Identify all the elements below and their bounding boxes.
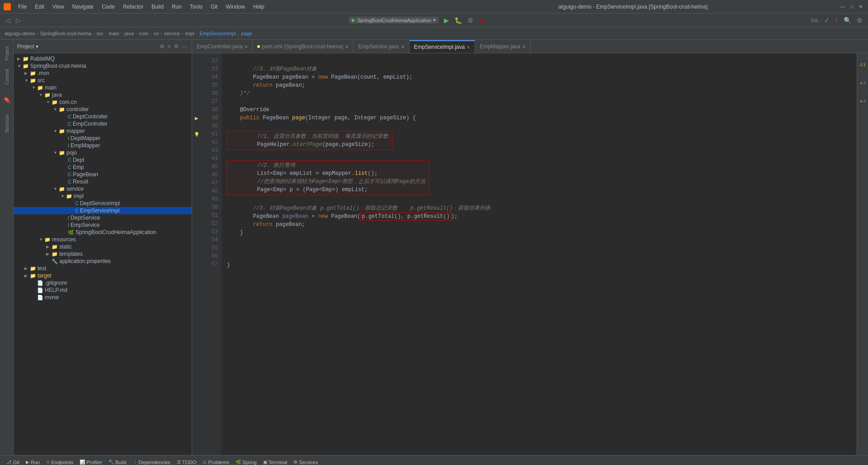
todo-button[interactable]: ☰ TODO [174,459,199,465]
bc-impl[interactable]: impl [185,31,194,36]
minimize-button[interactable]: — [839,3,846,10]
run-button[interactable]: ▶ [442,16,451,25]
menu-build[interactable]: Build [148,3,167,11]
debug-button[interactable]: 🐛 [453,16,464,25]
tree-item-mvn[interactable]: ▶ 📁 .mvn [14,70,192,77]
tab-close-icon[interactable]: ✕ [522,44,526,49]
menu-window[interactable]: Window [222,3,249,11]
tree-item-service[interactable]: ▼ 📁 service [14,185,192,193]
tab-empservice[interactable]: EmpService.java ✕ [354,40,409,53]
project-icon[interactable]: Project [1,42,13,65]
bc-atguigu[interactable]: atguigu-demo [5,31,35,36]
warning-count[interactable]: ⚠1 [858,56,867,74]
bc-springboot[interactable]: SpringBoot-crud-heima [40,31,91,36]
info-count[interactable]: ▲2 [858,92,867,110]
bookmark-icon[interactable]: 🔖 [1,89,13,112]
tree-item-controller[interactable]: ▼ 📁 controller [14,106,192,113]
tree-item-gitignore[interactable]: 📄 .gitignore [14,279,192,287]
bc-java[interactable]: java [125,31,134,36]
git-push-button[interactable]: ↑ [833,16,840,25]
menu-help[interactable]: Help [250,3,268,11]
bc-page[interactable]: page [241,31,252,36]
tree-item-springbootapp[interactable]: 🌿 SpringBootCrudHeimaApplication [14,229,192,236]
tree-item-result[interactable]: C Result [14,178,192,185]
tree-item-empservice[interactable]: I EmpService [14,221,192,229]
tree-item-deptcontroller[interactable]: C DeptController [14,113,192,120]
menu-tools[interactable]: Tools [186,3,206,11]
profiler-button[interactable]: 📊 Profiler [77,459,105,465]
tree-item-static[interactable]: ▶ 📁 static [14,243,192,250]
menu-run[interactable]: Run [168,3,185,11]
tree-item-mapper[interactable]: ▼ 📁 mapper [14,127,192,135]
stop-button[interactable]: ■ [477,16,484,25]
tree-item-target[interactable]: ▶ 📁 target [14,272,192,279]
error-count[interactable]: ▲3 [858,74,867,92]
git-button[interactable]: ⎇ Git [4,459,22,465]
run-config[interactable]: ▶ SpringBootCrudHeimaApplication ▾ [349,17,439,23]
tree-item-emp[interactable]: C Emp [14,164,192,171]
services-button[interactable]: ⚙ Services [291,459,321,465]
tree-item-deptservice[interactable]: I DeptService [14,214,192,221]
bc-main[interactable]: main [108,31,119,36]
problems-button[interactable]: ⚠ Problems [200,459,231,465]
maximize-button[interactable]: □ [848,3,855,10]
tree-item-appprops[interactable]: 🔧 application.properties [14,258,192,265]
tree-item-pagebean[interactable]: C PageBean [14,171,192,178]
tree-item-helpmd[interactable]: 📄 HELP.md [14,287,192,294]
tree-item-resources[interactable]: ▼ 📁 resources [14,236,192,243]
tree-item-empcontroller[interactable]: C EmpController [14,120,192,127]
bc-src[interactable]: src [97,31,104,36]
settings-button[interactable]: ⚙ [855,16,864,25]
menu-file[interactable]: File [14,3,30,11]
bc-cn[interactable]: cn [154,31,159,36]
tree-item-mvnw[interactable]: 📄 mvnw [14,294,192,301]
tab-close-icon[interactable]: ✕ [467,45,470,50]
project-close-icon[interactable]: — [181,42,188,50]
spring-button[interactable]: 🌿 Spring [233,459,259,465]
menu-code[interactable]: Code [98,3,118,11]
bc-service[interactable]: service [164,31,180,36]
tree-item-test[interactable]: ▶ 📁 test [14,265,192,272]
tree-item-rabbitmq[interactable]: ▶ 📁 RabbitMQ [14,55,192,62]
menu-git[interactable]: Git [207,3,221,11]
tab-empmapper[interactable]: EmpMapper.java ✕ [475,40,531,53]
tab-empserviceimpl[interactable]: EmpServiceImpl.java ✕ [410,40,476,53]
tree-item-main[interactable]: ▼ 📁 main [14,84,192,91]
run-config-dropdown[interactable]: ▾ [433,17,436,23]
git-check-button[interactable]: ✓ [822,16,831,25]
tree-item-impl[interactable]: ▼ 📁 impl [14,193,192,200]
terminal-button[interactable]: ▣ Terminal [260,459,290,465]
structure-icon[interactable]: Structure [1,113,13,135]
tree-item-dept[interactable]: C Dept [14,156,192,164]
tree-item-deptmapper[interactable]: I DeptMapper [14,135,192,142]
tree-item-java[interactable]: ▼ 📁 java [14,91,192,99]
build-button[interactable]: 🔨 Build [106,459,129,465]
menu-edit[interactable]: Edit [31,3,48,11]
tab-empcontroller[interactable]: EmpController.java ✕ [192,40,253,53]
forward-button[interactable]: ▷ [14,16,23,25]
code-editor[interactable]: //3. 封装PageBean对象 PageBean pageBean = ne… [222,53,857,455]
tab-pom[interactable]: pom.xml (SpringBoot-crud-heima) ✕ [253,40,354,53]
tree-item-pojo[interactable]: ▼ 📁 pojo [14,149,192,156]
run-button[interactable]: ▶ Run [23,459,42,465]
tree-item-deptserviceimpl[interactable]: C DeptServiceImpl [14,200,192,207]
tab-close-icon[interactable]: ✕ [244,44,248,49]
tree-item-empmapper[interactable]: I EmpMapper [14,142,192,149]
endpoints-button[interactable]: ⊹ Endpoints [43,459,76,465]
project-settings-icon[interactable]: ⚙ [173,42,179,50]
bc-empserviceimpl[interactable]: EmpServiceImpl [200,31,236,36]
commit-icon[interactable]: Commit [1,66,13,88]
project-expand-icon[interactable]: ⊞ [159,42,165,50]
search-button[interactable]: 🔍 [842,16,853,25]
tree-item-springboot[interactable]: ▼ 📁 SpringBoot-crud-heima [14,62,192,70]
menu-refactor[interactable]: Refactor [119,3,147,11]
tab-close-icon[interactable]: ✕ [401,44,405,49]
coverage-button[interactable]: ⚙ [466,16,475,25]
tree-item-templates[interactable]: ▶ 📁 templates [14,250,192,258]
gutter-41[interactable]: 💡 [192,130,201,138]
tree-item-src[interactable]: ▼ 📁 src [14,77,192,84]
menu-view[interactable]: View [49,3,68,11]
dependencies-button[interactable]: ⋮ Dependencies [130,459,173,465]
bc-com[interactable]: com [139,31,148,36]
back-button[interactable]: ◁ [4,16,12,25]
